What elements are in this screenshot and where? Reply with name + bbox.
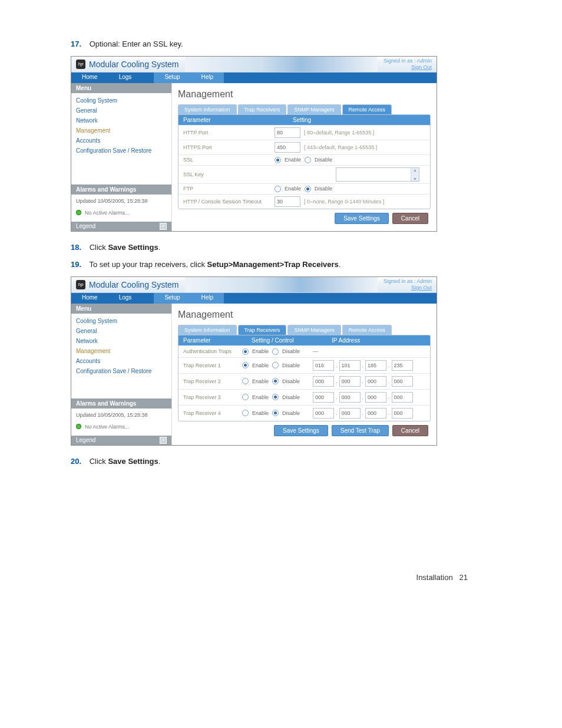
table-header: Parameter Setting / Control IP Address [178, 335, 430, 345]
menu-cooling[interactable]: Cooling System [76, 316, 167, 326]
radio-disable[interactable] [272, 348, 279, 355]
ip-dot: . [388, 410, 390, 416]
ip-octet[interactable] [339, 392, 361, 403]
tab-sysinfo[interactable]: System Information [178, 104, 237, 114]
radio-ssl-disable[interactable] [305, 157, 311, 163]
menu-general[interactable]: General [76, 326, 167, 336]
sign-in-block: Signed in as : Admin Sign Out [384, 58, 432, 71]
nav-logs[interactable]: Logs [108, 73, 143, 83]
menu-management[interactable]: Management [76, 346, 167, 356]
radio-enable[interactable] [242, 348, 249, 355]
radio-ftp-enable[interactable] [275, 186, 281, 192]
menu-network[interactable]: Network [76, 116, 167, 126]
page-title: Management [178, 89, 431, 100]
disable-label: Disable [282, 363, 300, 368]
menu-links: Cooling System General Network Managemen… [71, 93, 171, 163]
menu-general[interactable]: General [76, 106, 167, 116]
nav-home[interactable]: Home [71, 293, 108, 304]
ip-octet[interactable] [339, 376, 361, 387]
signed-in-as: Signed in as : Admin [384, 58, 432, 64]
tab-remote[interactable]: Remote Access [342, 104, 392, 114]
ip-octet[interactable] [365, 376, 386, 387]
input-http-port[interactable] [275, 127, 300, 138]
input-https-port[interactable] [275, 142, 300, 153]
top-nav: Home Logs Setup Help [71, 293, 437, 304]
ip-octet[interactable] [392, 392, 413, 403]
alarms-heading: Alarms and Warnings [71, 398, 171, 409]
save-settings-button[interactable]: Save Settings [335, 213, 389, 224]
ip-dot: . [336, 363, 338, 368]
trap-row: Trap Receiver 1EnableDisable... [178, 357, 430, 373]
ip-dot: . [388, 378, 390, 384]
nav-setup[interactable]: Setup [154, 73, 190, 83]
col-ip: IP Address [327, 335, 430, 345]
ip-octet[interactable] [313, 408, 334, 419]
menu-network[interactable]: Network [76, 336, 167, 346]
ip-octet[interactable] [392, 376, 413, 387]
menu-config[interactable]: Configuration Save / Restore [76, 146, 167, 156]
ip-octet[interactable] [339, 360, 361, 371]
expand-icon[interactable]: + [160, 437, 167, 444]
menu-cooling[interactable]: Cooling System [76, 95, 167, 106]
disable-label: Disable [282, 348, 300, 354]
nav-setup[interactable]: Setup [154, 293, 190, 304]
ip-octet[interactable] [313, 360, 334, 371]
radio-ftp-disable[interactable] [305, 186, 311, 192]
textarea-ssl-key[interactable]: ▲▼ [336, 167, 419, 182]
tab-sysinfo[interactable]: System Information [178, 325, 237, 335]
ip-octet[interactable] [313, 392, 334, 403]
sign-out-link[interactable]: Sign Out [384, 285, 432, 291]
menu-config[interactable]: Configuration Save / Restore [76, 366, 167, 376]
row-timeout: HTTP / Console Session Timeout [ 0=none,… [178, 194, 430, 209]
ip-octet[interactable] [365, 408, 386, 419]
label-timeout: HTTP / Console Session Timeout [183, 199, 275, 205]
radio-enable[interactable] [242, 410, 249, 416]
radio-disable[interactable] [272, 394, 279, 400]
radio-disable[interactable] [272, 362, 279, 368]
tab-trap[interactable]: Trap Receivers [238, 104, 287, 114]
step-bold: Save Settings [108, 243, 158, 252]
send-test-trap-button[interactable]: Send Test Trap [332, 425, 389, 436]
tab-snmp[interactable]: SNMP Managers [287, 325, 340, 335]
tab-snmp[interactable]: SNMP Managers [287, 104, 340, 114]
menu-accounts[interactable]: Accounts [76, 356, 167, 366]
radio-disable[interactable] [272, 378, 279, 384]
sign-out-link[interactable]: Sign Out [384, 64, 432, 71]
nav-home[interactable]: Home [71, 73, 108, 83]
trap-setting: EnableDisable [242, 410, 313, 416]
menu-accounts[interactable]: Accounts [76, 136, 167, 146]
screenshot-remote-access: hp Modular Cooling System Signed in as :… [71, 56, 437, 232]
scrollbar[interactable]: ▲▼ [411, 168, 419, 181]
radio-enable[interactable] [242, 394, 249, 400]
ok-icon [76, 424, 81, 429]
ip-octet[interactable] [392, 360, 413, 371]
radio-enable[interactable] [242, 378, 249, 384]
ip-octet[interactable] [313, 376, 334, 387]
ssl-disable-label: Disable [315, 157, 332, 163]
cancel-button[interactable]: Cancel [392, 213, 428, 224]
app-header: hp Modular Cooling System Signed in as :… [71, 277, 437, 293]
tab-trap[interactable]: Trap Receivers [238, 325, 287, 335]
nav-logs[interactable]: Logs [108, 293, 143, 304]
step-pre: Click [90, 457, 108, 466]
tab-remote[interactable]: Remote Access [342, 325, 392, 335]
save-settings-button[interactable]: Save Settings [274, 425, 328, 436]
expand-icon[interactable]: + [160, 223, 167, 230]
ip-octet[interactable] [339, 408, 361, 419]
trap-label: Authentication Traps [183, 348, 242, 354]
label-ssl: SSL [183, 157, 275, 163]
nav-help[interactable]: Help [191, 73, 224, 83]
ip-octet[interactable] [365, 360, 386, 371]
trap-label: Trap Receiver 3 [183, 394, 242, 400]
menu-links: Cooling System General Network Managemen… [71, 314, 171, 383]
ip-octet[interactable] [392, 408, 413, 419]
cancel-button[interactable]: Cancel [392, 425, 428, 436]
ip-octet[interactable] [365, 392, 386, 403]
brand: hp Modular Cooling System [76, 280, 179, 289]
input-timeout[interactable] [275, 196, 300, 207]
radio-ssl-enable[interactable] [275, 157, 281, 163]
radio-disable[interactable] [272, 410, 279, 416]
menu-management[interactable]: Management [76, 126, 167, 136]
nav-help[interactable]: Help [191, 293, 224, 304]
radio-enable[interactable] [242, 362, 249, 368]
